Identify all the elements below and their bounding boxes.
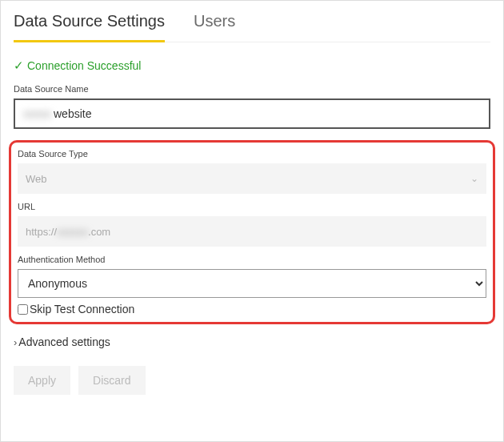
- url-input[interactable]: https:// xxxxxx .com: [18, 216, 486, 247]
- data-source-name-value: website: [54, 107, 91, 120]
- url-value-suffix: .com: [88, 226, 110, 238]
- tab-bar: Data Source Settings Users: [14, 1, 490, 42]
- highlight-box: Data Source Type Web ⌄ URL https:// xxxx…: [9, 140, 495, 324]
- redacted-text: xxxxx: [23, 107, 51, 120]
- tab-data-source-settings[interactable]: Data Source Settings: [14, 1, 165, 42]
- apply-button[interactable]: Apply: [14, 366, 70, 395]
- check-icon: ✓: [14, 58, 24, 73]
- tab-users[interactable]: Users: [194, 1, 235, 42]
- skip-test-checkbox[interactable]: [18, 304, 28, 315]
- discard-button[interactable]: Discard: [78, 366, 145, 395]
- settings-panel: Data Source Settings Users ✓ Connection …: [0, 0, 504, 442]
- url-label: URL: [18, 202, 486, 211]
- skip-test-row: Skip Test Connection: [18, 303, 486, 315]
- advanced-settings-toggle[interactable]: › Advanced settings: [14, 336, 490, 348]
- advanced-settings-label: Advanced settings: [18, 336, 110, 348]
- data-source-type-label: Data Source Type: [18, 149, 486, 159]
- data-source-name-input[interactable]: xxxxx website: [14, 98, 490, 129]
- connection-status: ✓ Connection Successful: [14, 58, 490, 73]
- auth-method-select[interactable]: Anonymous: [18, 269, 486, 298]
- data-source-type-select[interactable]: Web ⌄: [18, 163, 486, 194]
- chevron-down-icon: ⌄: [470, 173, 478, 184]
- skip-test-label: Skip Test Connection: [30, 303, 134, 315]
- data-source-type-value: Web: [26, 173, 47, 185]
- data-source-name-label: Data Source Name: [14, 84, 490, 94]
- redacted-text: xxxxxx: [57, 226, 88, 238]
- chevron-right-icon: ›: [14, 336, 17, 348]
- url-value-prefix: https://: [26, 226, 57, 238]
- button-row: Apply Discard: [14, 366, 490, 395]
- connection-status-text: Connection Successful: [27, 59, 141, 72]
- auth-method-label: Authentication Method: [18, 255, 486, 264]
